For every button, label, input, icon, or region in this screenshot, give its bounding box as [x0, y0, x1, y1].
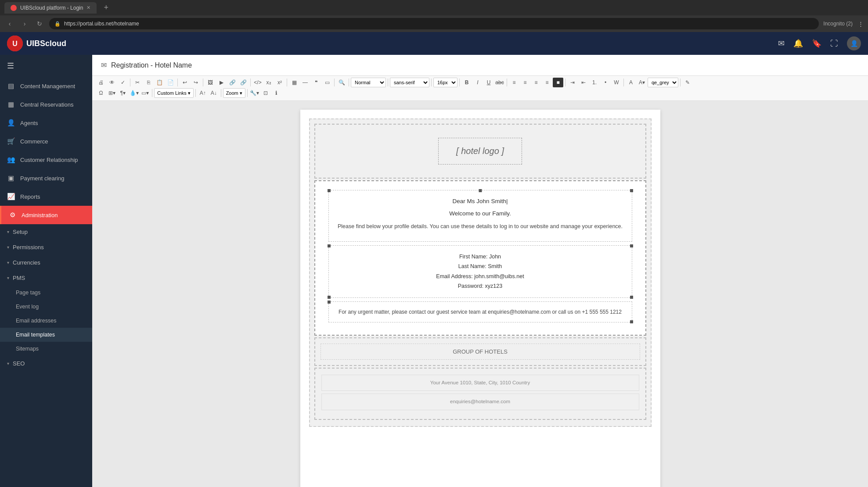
- size-select[interactable]: 16px: [433, 78, 457, 87]
- text-size-up[interactable]: A↑: [198, 88, 208, 98]
- blockquote-button[interactable]: ❝: [311, 78, 321, 87]
- accessibility-button[interactable]: ⊡: [260, 88, 271, 98]
- bold-button[interactable]: B: [461, 78, 472, 87]
- forward-button[interactable]: ›: [19, 18, 30, 29]
- special-char-button[interactable]: Ω: [96, 88, 106, 98]
- details-resize-tr[interactable]: [630, 244, 633, 247]
- preview-button[interactable]: 👁: [107, 78, 117, 87]
- undo-button[interactable]: ↩: [180, 78, 190, 87]
- address-email-box: enquiries@hotelname.com: [321, 394, 639, 410]
- sidebar-item-sitemaps[interactable]: Sitemaps: [0, 342, 92, 356]
- tools-button[interactable]: 🔧▾: [249, 88, 260, 98]
- table-tools-button[interactable]: ⊞▾: [107, 88, 117, 98]
- resize-handle-tr[interactable]: [630, 189, 633, 192]
- details-resize-br[interactable]: [630, 296, 633, 299]
- sidebar-item-email-addresses[interactable]: Email addresses: [0, 314, 92, 328]
- menu-icon[interactable]: ⋮: [858, 21, 864, 27]
- color-select[interactable]: qe_grey: [648, 78, 678, 87]
- email-contact-block[interactable]: For any urgent matter, please contact ou…: [328, 301, 632, 322]
- align-center-button[interactable]: ≡: [520, 78, 530, 87]
- zoom-dropdown[interactable]: Zoom ▾: [223, 88, 245, 98]
- paste-text-button[interactable]: 📄: [165, 78, 176, 87]
- sidebar-pms-group[interactable]: ▾ PMS: [0, 270, 92, 286]
- table-button[interactable]: ▦: [289, 78, 299, 87]
- email-greeting-block[interactable]: Dear Ms John Smith| Welcome to our Famil…: [328, 190, 632, 242]
- align-justify-button[interactable]: ≡: [542, 78, 552, 87]
- contact-resize-br[interactable]: [630, 320, 633, 323]
- editor-area[interactable]: [ hotel logo ] Dear Ms John Smith| Welco…: [92, 101, 868, 487]
- more-button[interactable]: ✎: [682, 78, 693, 87]
- outdent-button[interactable]: ⇤: [578, 78, 589, 87]
- address-bar[interactable]: 🔒 https://portal.uibs.net/hotelname: [49, 18, 819, 29]
- custom-links-dropdown[interactable]: Custom Links ▾: [154, 88, 194, 98]
- resize-handle-tc[interactable]: [479, 189, 482, 192]
- highlight-button[interactable]: ■: [553, 78, 563, 87]
- back-button[interactable]: ‹: [4, 18, 15, 29]
- paste-button[interactable]: 📋: [154, 78, 165, 87]
- font-select[interactable]: sans-serif: [390, 78, 429, 87]
- sidebar-item-customer-relationship[interactable]: 👥 Customer Relationship: [0, 150, 92, 169]
- strikethrough-button[interactable]: abc: [494, 78, 505, 87]
- sidebar-item-reports[interactable]: 📈 Reports: [0, 187, 92, 206]
- list-ol-button[interactable]: 1.: [589, 78, 600, 87]
- mail-icon[interactable]: ✉: [778, 39, 785, 48]
- find-button[interactable]: 🔍: [336, 78, 347, 87]
- sidebar-item-agents[interactable]: 👤 Agents: [0, 114, 92, 132]
- image-button[interactable]: 🖼: [205, 78, 216, 87]
- sidebar-item-page-tags[interactable]: Page tags: [0, 286, 92, 300]
- redo-button[interactable]: ↪: [191, 78, 201, 87]
- link-button[interactable]: 🔗: [227, 78, 238, 87]
- new-tab-button[interactable]: +: [100, 3, 112, 12]
- bookmark-icon[interactable]: 🔖: [812, 39, 821, 48]
- format-button[interactable]: ¶▾: [118, 88, 128, 98]
- bell-icon[interactable]: 🔔: [793, 39, 803, 48]
- style-select[interactable]: Normal: [351, 78, 386, 87]
- media-button[interactable]: ▶: [216, 78, 227, 87]
- list-ul-button[interactable]: •: [600, 78, 611, 87]
- sidebar-item-email-templates[interactable]: Email templates: [0, 328, 92, 342]
- sidebar-setup-group[interactable]: ▾ Setup: [0, 224, 92, 240]
- tab-close-button[interactable]: ✕: [86, 5, 90, 11]
- unlink-button[interactable]: 🔗: [238, 78, 249, 87]
- underline-button[interactable]: U: [483, 78, 494, 87]
- bg-color-button[interactable]: A▾: [637, 78, 647, 87]
- template-button[interactable]: ▭▾: [140, 88, 150, 98]
- sidebar-item-content-management[interactable]: ▤ Content Management: [0, 77, 92, 95]
- indent-button[interactable]: ⇥: [567, 78, 578, 87]
- div-button[interactable]: ▭: [322, 78, 332, 87]
- sidebar-item-commerce[interactable]: 🛒 Commerce: [0, 132, 92, 150]
- refresh-button[interactable]: ↻: [34, 18, 45, 29]
- user-avatar[interactable]: 👤: [847, 36, 861, 50]
- sidebar-seo-group[interactable]: ▾ SEO: [0, 356, 92, 371]
- paste-from-word-button[interactable]: W: [611, 78, 622, 87]
- copy-button[interactable]: ⎘: [143, 78, 154, 87]
- details-resize-bl[interactable]: [328, 296, 331, 299]
- email-details-block[interactable]: First Name: John Last Name: Smith Email …: [328, 245, 632, 298]
- sidebar-currencies-group[interactable]: ▾ Currencies: [0, 255, 92, 270]
- about-button[interactable]: ℹ: [271, 88, 282, 98]
- sidebar-item-payment-clearing[interactable]: ▣ Payment clearing: [0, 169, 92, 187]
- superscript-button[interactable]: x²: [274, 78, 285, 87]
- font-color-button[interactable]: A: [626, 78, 636, 87]
- sidebar-item-administration[interactable]: ⚙ Administration: [0, 206, 92, 224]
- subscript-button[interactable]: x₂: [263, 78, 274, 87]
- sidebar-permissions-group[interactable]: ▾ Permissions: [0, 240, 92, 255]
- details-resize-tl[interactable]: [328, 244, 331, 247]
- align-right-button[interactable]: ≡: [531, 78, 541, 87]
- text-size-down[interactable]: A↓: [209, 88, 219, 98]
- expand-icon[interactable]: ⛶: [830, 39, 838, 48]
- italic-button[interactable]: I: [472, 78, 483, 87]
- spellcheck-button[interactable]: ✓: [118, 78, 128, 87]
- sidebar-item-central-reservations[interactable]: ▦ Central Reservations: [0, 95, 92, 114]
- cut-button[interactable]: ✂: [132, 78, 143, 87]
- contact-resize-tl[interactable]: [328, 301, 331, 304]
- align-left-button[interactable]: ≡: [509, 78, 519, 87]
- hamburger-button[interactable]: ☰: [0, 55, 92, 77]
- source-button[interactable]: </>: [252, 78, 263, 87]
- resize-handle-tl[interactable]: [328, 189, 331, 192]
- browser-tab[interactable]: UIBScloud platform - Login ✕: [4, 2, 97, 14]
- styles-button[interactable]: 💧▾: [129, 88, 139, 98]
- sidebar-item-event-log[interactable]: Event log: [0, 300, 92, 314]
- print-button[interactable]: 🖨: [96, 78, 106, 87]
- hr-button[interactable]: —: [300, 78, 310, 87]
